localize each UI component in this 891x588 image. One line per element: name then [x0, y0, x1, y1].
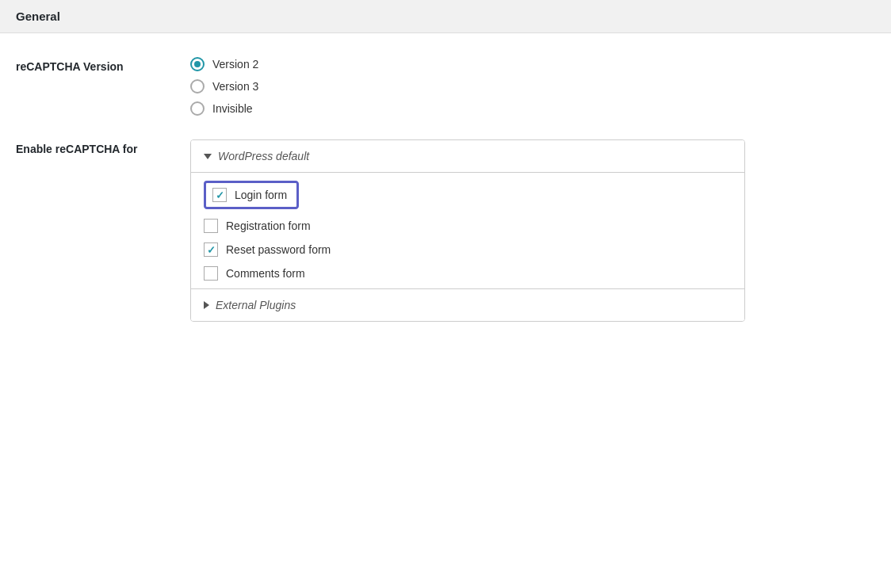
wordpress-default-label: WordPress default: [218, 150, 309, 162]
login-form-label: Login form: [235, 189, 287, 201]
comments-form-label: Comments form: [226, 267, 305, 280]
page-wrapper: General reCAPTCHA Version Version 2 Vers…: [0, 0, 891, 588]
reset-password-checkbox[interactable]: ✓: [204, 242, 218, 257]
radio-version2-label: Version 2: [212, 58, 258, 71]
expand-icon: [204, 154, 212, 159]
radio-invisible-input[interactable]: [190, 101, 205, 116]
enable-recaptcha-control: WordPress default ✓ Login form: [190, 139, 745, 322]
registration-form-label: Registration form: [226, 220, 311, 232]
settings-body: reCAPTCHA Version Version 2 Version 3: [0, 33, 891, 369]
radio-version2-input[interactable]: [190, 57, 205, 71]
comments-form-checkbox[interactable]: [204, 266, 218, 281]
recaptcha-items: ✓ Login form Registration form: [191, 173, 744, 288]
section-header: General: [0, 0, 891, 33]
recaptcha-version-control: Version 2 Version 3 Invisible: [190, 57, 745, 116]
login-form-checkbox[interactable]: ✓: [212, 188, 227, 202]
checkbox-reset-password[interactable]: ✓ Reset password form: [204, 242, 732, 257]
reset-password-label: Reset password form: [226, 243, 331, 256]
registration-form-checkbox[interactable]: [204, 219, 218, 233]
external-plugins-header[interactable]: External Plugins: [191, 288, 744, 321]
radio-version2[interactable]: Version 2: [190, 57, 745, 71]
radio-invisible[interactable]: Invisible: [190, 101, 745, 116]
section-title: General: [16, 10, 60, 23]
enable-recaptcha-row: Enable reCAPTCHA for WordPress default: [16, 139, 875, 322]
recaptcha-version-row: reCAPTCHA Version Version 2 Version 3: [16, 57, 875, 116]
recaptcha-container: WordPress default ✓ Login form: [190, 139, 745, 322]
login-form-highlight: ✓ Login form: [204, 181, 299, 209]
radio-version3[interactable]: Version 3: [190, 79, 745, 94]
external-plugins-expand-icon: [204, 301, 209, 309]
radio-version3-label: Version 3: [212, 80, 258, 93]
radio-version3-input[interactable]: [190, 79, 205, 94]
external-plugins-label: External Plugins: [216, 299, 296, 311]
recaptcha-version-label: reCAPTCHA Version: [16, 57, 190, 73]
login-form-checkmark: ✓: [216, 190, 224, 200]
enable-recaptcha-label: Enable reCAPTCHA for: [16, 139, 190, 155]
checkbox-registration-form[interactable]: Registration form: [204, 219, 732, 233]
checkbox-comments-form[interactable]: Comments form: [204, 266, 732, 281]
checkbox-login-form[interactable]: ✓ Login form: [204, 181, 732, 209]
wordpress-default-header[interactable]: WordPress default: [191, 140, 744, 173]
radio-group: Version 2 Version 3 Invisible: [190, 57, 745, 116]
radio-invisible-label: Invisible: [212, 102, 253, 115]
reset-password-checkmark: ✓: [207, 245, 216, 255]
